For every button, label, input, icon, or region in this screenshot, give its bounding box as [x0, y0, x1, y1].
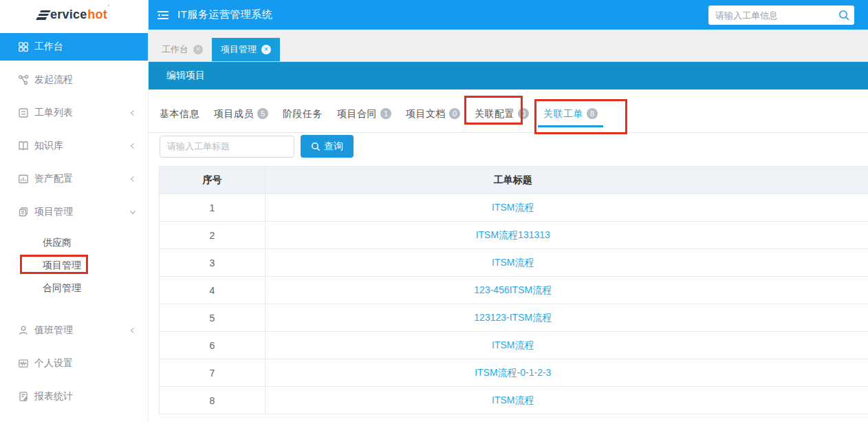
- submenu-item-suppliers[interactable]: 供应商: [0, 231, 148, 254]
- sidebar-item-knowledge-base[interactable]: 知识库: [0, 132, 148, 160]
- submenu-item-contract-management[interactable]: 合同管理: [0, 277, 148, 299]
- table-row: 5 123123-ITSM流程: [160, 304, 868, 332]
- sidebar-item-personal-settings[interactable]: 个人设置: [0, 350, 148, 377]
- bar-chart-icon: [18, 173, 29, 184]
- chevron-down-icon: [129, 207, 136, 218]
- tab-label: 工作台: [162, 43, 188, 56]
- book-icon: [18, 140, 29, 151]
- table-row: 8 ITSM流程: [160, 387, 868, 414]
- query-button-label: 查询: [324, 140, 343, 153]
- table-header-row: 序号 工单标题: [160, 167, 868, 194]
- tab-label: 基本信息: [160, 107, 199, 120]
- sidebar-item-label: 报表统计: [34, 390, 73, 403]
- table-row: 4 123-456ITSM流程: [160, 277, 868, 304]
- order-title-link[interactable]: 123123-ITSM流程: [474, 312, 552, 323]
- tab-project-documents[interactable]: 项目文档0: [406, 89, 460, 125]
- project-folder-icon: [18, 207, 29, 218]
- sidebar-item-label: 知识库: [34, 140, 63, 152]
- query-button[interactable]: 查询: [301, 135, 354, 158]
- search-icon: [311, 142, 321, 151]
- sidebar-menu: 工作台 发起流程 工单列表 知识库 资产配置: [0, 33, 148, 422]
- chevron-left-icon: [127, 109, 138, 116]
- order-no: 6: [160, 332, 265, 359]
- main-content: 基本信息 项目成员5 阶段任务 项目合同1 项目文档0 关联配置0 关联工单8 …: [149, 89, 868, 422]
- close-icon[interactable]: ×: [193, 45, 203, 54]
- sidebar-item-start-process[interactable]: 发起流程: [0, 66, 148, 94]
- column-header-extra: [761, 167, 868, 194]
- close-icon[interactable]: ×: [261, 45, 271, 54]
- order-title-link[interactable]: ITSM流程: [492, 257, 534, 268]
- list-icon: [18, 107, 29, 118]
- logo-text-hot: hot: [87, 8, 107, 22]
- logo-text-service: ervice: [50, 8, 87, 22]
- tab-project-contracts[interactable]: 项目合同1: [337, 89, 391, 125]
- global-search-input[interactable]: [715, 10, 838, 21]
- table-row: 3 ITSM流程: [160, 249, 868, 277]
- table-row: 2 ITSM流程131313: [160, 222, 868, 249]
- sidebar-item-duty-management[interactable]: 值班管理: [0, 317, 148, 344]
- sidebar-item-asset-config[interactable]: 资产配置: [0, 165, 148, 193]
- tab-project-management[interactable]: 项目管理 ×: [212, 38, 280, 61]
- sidebar: ervicehot' 工作台 发起流程 工单列表 知识库: [0, 0, 149, 422]
- tab-workbench[interactable]: 工作台 ×: [153, 38, 212, 61]
- chevron-left-icon: [127, 143, 138, 149]
- tab-project-members[interactable]: 项目成员5: [214, 89, 268, 125]
- sidebar-item-label: 工单列表: [34, 107, 73, 119]
- tab-basic-info[interactable]: 基本信息: [160, 89, 199, 125]
- order-no: 2: [160, 222, 265, 249]
- sidebar-item-report-statistics[interactable]: 报表统计: [0, 383, 148, 410]
- monitor-wave-icon: [18, 358, 29, 369]
- submenu-item-label: 供应商: [43, 237, 72, 249]
- order-title-link[interactable]: ITSM流程: [492, 339, 534, 350]
- sidebar-item-label: 个人设置: [34, 357, 73, 370]
- chevron-left-icon: [127, 327, 138, 334]
- tab-stage-tasks[interactable]: 阶段任务: [283, 89, 323, 125]
- report-doc-icon: [18, 391, 29, 402]
- order-title-link[interactable]: ITSM流程-0-1-2-3: [475, 367, 551, 378]
- order-no: 7: [160, 359, 265, 387]
- logo-trademark-tick: ': [108, 4, 109, 12]
- menu-collapse-icon[interactable]: [157, 10, 169, 21]
- annotation-box-project-management: [20, 255, 88, 274]
- sidebar-item-order-list[interactable]: 工单列表: [0, 99, 148, 127]
- submenu-item-label: 合同管理: [43, 282, 81, 295]
- sidebar-item-workbench[interactable]: 工作台: [0, 33, 148, 61]
- order-title-search-input[interactable]: [160, 136, 294, 158]
- tab-label: 阶段任务: [283, 107, 323, 120]
- order-no: 3: [160, 249, 265, 277]
- related-orders-table: 序号 工单标题 1 ITSM流程 2 ITSM流程131313 3 ITSM流程: [159, 166, 868, 414]
- column-header-title: 工单标题: [265, 167, 761, 194]
- brand-logo: ervicehot': [0, 0, 148, 30]
- order-no: 4: [160, 277, 265, 304]
- tab-label: 项目文档: [406, 107, 446, 120]
- order-title-link[interactable]: ITSM流程: [492, 394, 534, 405]
- table-row: 7 ITSM流程-0-1-2-3: [160, 359, 868, 387]
- order-title-link[interactable]: ITSM流程: [492, 202, 534, 213]
- top-header: IT服务运营管理系统: [149, 0, 868, 30]
- order-title-link[interactable]: 123-456ITSM流程: [474, 284, 552, 295]
- order-title-link[interactable]: ITSM流程131313: [476, 229, 550, 240]
- app-window: ervicehot' 工作台 发起流程 工单列表 知识库: [0, 0, 868, 422]
- sidebar-item-label: 工作台: [34, 41, 63, 53]
- sidebar-item-label: 值班管理: [34, 324, 73, 337]
- order-search-toolbar: 查询: [160, 135, 868, 158]
- order-no: 1: [160, 194, 265, 222]
- tab-label: 项目合同: [337, 107, 377, 120]
- person-icon: [18, 325, 29, 336]
- order-no: 8: [160, 387, 265, 414]
- table-row: 6 ITSM流程: [160, 332, 868, 359]
- open-page-tabs: 工作台 × 项目管理 ×: [149, 30, 868, 62]
- count-badge: 0: [449, 108, 460, 119]
- sidebar-item-project-management[interactable]: 项目管理: [0, 198, 148, 226]
- annotation-box-related-config: [464, 96, 523, 125]
- chevron-left-icon: [127, 176, 138, 182]
- tab-label: 项目管理: [221, 43, 257, 56]
- app-title: IT服务运营管理系统: [177, 8, 272, 21]
- table-row: 1 ITSM流程: [160, 194, 868, 222]
- page-title: 编辑项目: [166, 70, 205, 82]
- page-title-bar: 编辑项目: [149, 62, 868, 89]
- count-badge: 5: [257, 108, 268, 119]
- column-header-no: 序号: [160, 167, 265, 194]
- search-icon[interactable]: [838, 9, 850, 21]
- sidebar-item-partial[interactable]: [0, 416, 148, 422]
